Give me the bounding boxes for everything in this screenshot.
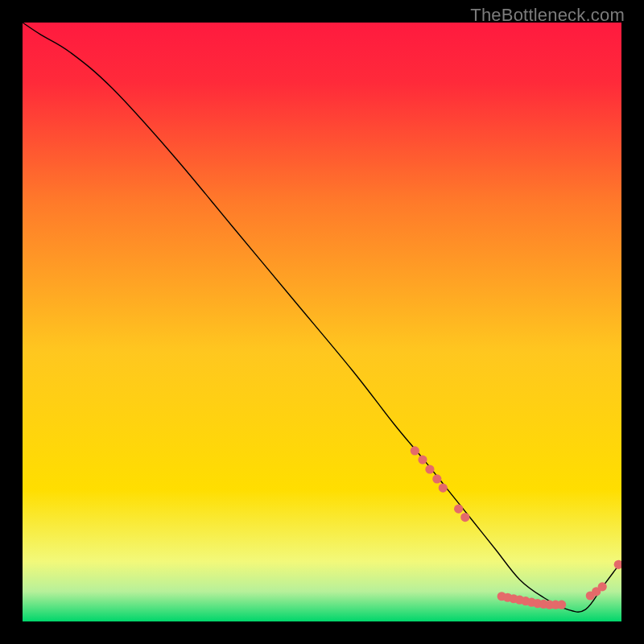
chart-stage: TheBottleneck.com [0,0,644,644]
marker-dot [439,483,448,492]
marker-dot [598,582,607,591]
marker-dot [425,464,434,473]
gradient-background [23,23,621,621]
marker-dot [411,446,419,455]
marker-dot [557,601,566,609]
marker-dot [454,505,463,514]
chart-plot [23,23,621,621]
marker-dot [432,474,441,483]
marker-dot [460,513,469,522]
marker-dot [418,456,427,464]
